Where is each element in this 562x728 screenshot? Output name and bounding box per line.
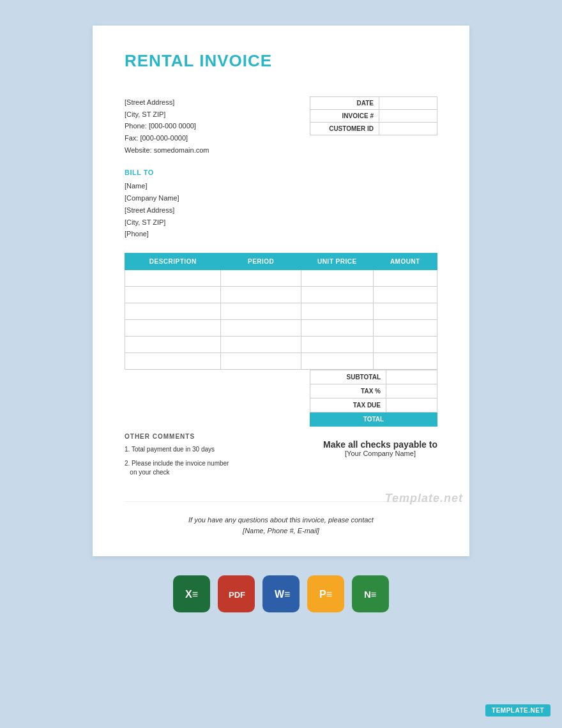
company-website: Website: somedomain.com [125, 144, 209, 156]
comments-label: OTHER COMMENTS [125, 433, 284, 440]
invoice-num-value [379, 110, 437, 122]
date-label: DATE [310, 97, 379, 109]
table-row [125, 303, 437, 319]
table-row [125, 336, 437, 353]
pdf-icon[interactable]: PDF [218, 575, 255, 612]
col-unit-price: UNIT PRICE [301, 253, 373, 269]
tax-label: TAX % [310, 384, 386, 398]
company-street: [Street Address] [125, 96, 209, 109]
bottom-section: OTHER COMMENTS 1. Total payment due in 3… [125, 433, 437, 482]
footer-line2: [Name, Phone #, E-mail] [125, 526, 437, 537]
col-description: DESCRIPTION [125, 253, 221, 269]
payable-company: [Your Company Name] [323, 450, 437, 457]
payable-text: Make all checks payable to [323, 439, 437, 450]
bill-to-info: [Name] [Company Name] [Street Address] [… [125, 180, 437, 239]
pages-icon[interactable]: P≡ [307, 575, 344, 612]
tax-due-label: TAX DUE [310, 398, 386, 412]
total-label: TOTAL [310, 412, 437, 426]
col-period: PERIOD [221, 253, 301, 269]
svg-text:PDF: PDF [229, 590, 245, 600]
date-row: DATE [310, 96, 437, 110]
table-row [125, 269, 437, 286]
bill-to-name: [Name] [125, 180, 437, 192]
subtotal-value [386, 370, 437, 384]
tax-due-row: TAX DUE [310, 398, 437, 412]
table-row [125, 319, 437, 336]
bill-to-city: [City, ST ZIP] [125, 216, 437, 229]
invoice-num-label: INVOICE # [310, 110, 379, 122]
total-row: TOTAL [310, 412, 437, 426]
excel-icon[interactable]: X≡ [173, 575, 210, 612]
invoice-title: RENTAL INVOICE [125, 51, 437, 71]
table-row [125, 353, 437, 369]
svg-text:N≡: N≡ [364, 589, 377, 600]
footer-line1: If you have any questions about this inv… [125, 515, 437, 526]
bill-to-label: BILL TO [125, 169, 437, 176]
customer-label: CUSTOMER ID [310, 123, 379, 135]
company-info: [Street Address] [City, ST ZIP] Phone: [… [125, 96, 209, 156]
svg-text:P≡: P≡ [319, 589, 332, 600]
watermark: Template.net [385, 492, 463, 505]
bill-to-company: [Company Name] [125, 192, 437, 204]
bill-to-phone: [Phone] [125, 228, 437, 240]
word-icon[interactable]: W≡ [262, 575, 300, 612]
tax-due-value [386, 398, 437, 412]
invoice-meta: DATE INVOICE # CUSTOMER ID [310, 96, 437, 156]
company-fax: Fax: [000-000-0000] [125, 132, 209, 144]
footer-section: If you have any questions about this inv… [125, 501, 437, 537]
bill-to-street: [Street Address] [125, 204, 437, 216]
totals-table: SUBTOTAL TAX % TAX DUE TOTAL [310, 370, 437, 427]
subtotal-label: SUBTOTAL [310, 370, 386, 384]
invoice-document: RENTAL INVOICE [Street Address] [City, S… [93, 26, 469, 556]
app-icons-row: X≡ PDF W≡ P≡ N≡ [173, 575, 389, 612]
svg-text:X≡: X≡ [185, 589, 198, 600]
date-value [379, 97, 437, 109]
invoice-num-row: INVOICE # [310, 109, 437, 123]
table-row [125, 286, 437, 303]
comments-section: OTHER COMMENTS 1. Total payment due in 3… [125, 433, 284, 482]
numbers-icon[interactable]: N≡ [352, 575, 389, 612]
customer-value [379, 123, 437, 135]
customer-row: CUSTOMER ID [310, 122, 437, 135]
comment-item-1: 1. Total payment due in 30 days [125, 445, 284, 454]
tax-row: TAX % [310, 384, 437, 398]
totals-section: SUBTOTAL TAX % TAX DUE TOTAL [125, 370, 437, 427]
company-city: [City, ST ZIP] [125, 109, 209, 121]
tax-value [386, 384, 437, 398]
items-table: DESCRIPTION PERIOD UNIT PRICE AMOUNT [125, 253, 437, 370]
comment-item-2: 2. Please include the invoice number on … [125, 459, 284, 477]
col-amount: AMOUNT [373, 253, 437, 269]
header-section: [Street Address] [City, ST ZIP] Phone: [… [125, 96, 437, 156]
svg-text:W≡: W≡ [275, 589, 290, 600]
payable-section: Make all checks payable to [Your Company… [323, 439, 437, 457]
subtotal-row: SUBTOTAL [310, 370, 437, 384]
company-phone: Phone: [000-000 0000] [125, 120, 209, 132]
template-badge: TEMPLATE.NET [485, 704, 551, 717]
